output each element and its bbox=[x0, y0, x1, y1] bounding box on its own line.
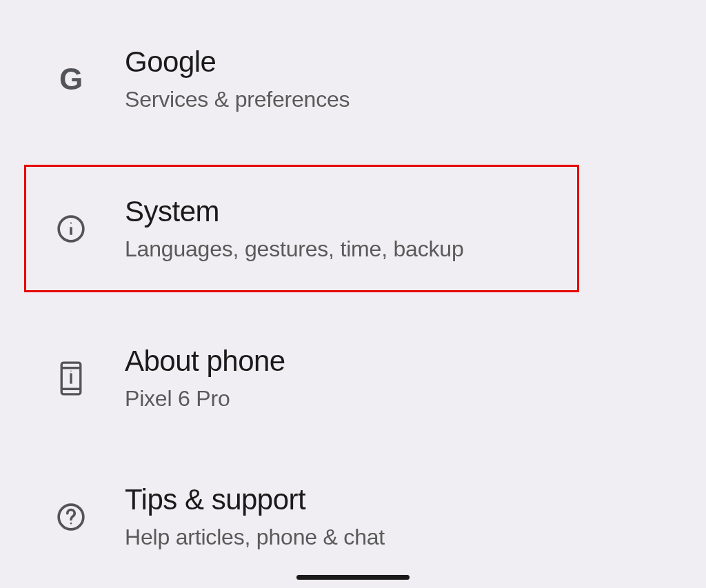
setting-text: Tips & support Help articles, phone & ch… bbox=[125, 483, 385, 550]
setting-item-about-phone[interactable]: About phone Pixel 6 Pro bbox=[0, 325, 706, 431]
setting-text: Google Services & preferences bbox=[125, 45, 350, 112]
setting-title: Google bbox=[125, 45, 350, 79]
spacer bbox=[0, 431, 706, 464]
help-icon bbox=[52, 503, 90, 531]
setting-title: About phone bbox=[125, 345, 285, 378]
google-g-icon: G bbox=[52, 62, 90, 97]
setting-text: About phone Pixel 6 Pro bbox=[125, 345, 285, 412]
navigation-handle[interactable] bbox=[296, 575, 410, 580]
setting-subtitle: Services & preferences bbox=[125, 87, 350, 112]
svg-point-7 bbox=[70, 370, 72, 372]
setting-title: System bbox=[125, 195, 464, 228]
svg-point-9 bbox=[70, 523, 72, 524]
settings-list: G Google Services & preferences System L… bbox=[0, 0, 706, 569]
setting-text: System Languages, gestures, time, backup bbox=[125, 195, 464, 262]
svg-point-2 bbox=[70, 222, 72, 223]
spacer bbox=[0, 292, 706, 325]
setting-title: Tips & support bbox=[125, 483, 385, 516]
setting-subtitle: Pixel 6 Pro bbox=[125, 386, 285, 412]
info-icon bbox=[52, 214, 90, 243]
phone-icon bbox=[52, 361, 90, 396]
spacer bbox=[0, 132, 706, 165]
setting-item-tips-support[interactable]: Tips & support Help articles, phone & ch… bbox=[0, 464, 706, 569]
setting-item-system[interactable]: System Languages, gestures, time, backup bbox=[24, 165, 579, 292]
setting-subtitle: Help articles, phone & chat bbox=[125, 525, 385, 550]
setting-subtitle: Languages, gestures, time, backup bbox=[125, 236, 464, 262]
setting-item-google[interactable]: G Google Services & preferences bbox=[0, 26, 706, 132]
